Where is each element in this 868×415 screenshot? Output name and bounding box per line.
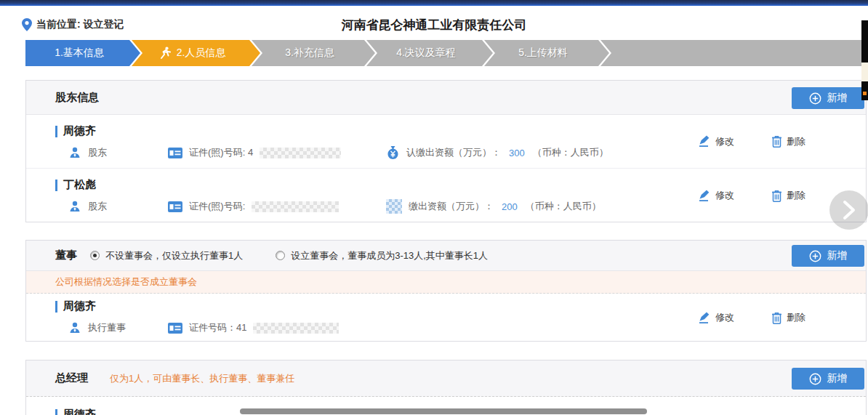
side-widget-panel bbox=[861, 63, 868, 81]
edit-button-label: 修改 bbox=[715, 189, 734, 202]
id-number-label: 证件(照)号码: bbox=[189, 200, 245, 213]
person-icon bbox=[68, 146, 81, 159]
redacted-id-number bbox=[253, 323, 339, 334]
trash-icon bbox=[771, 135, 782, 148]
capital-value: 300 bbox=[507, 148, 526, 158]
carousel-next-button[interactable] bbox=[829, 190, 868, 230]
step-label: 5.上传材料 bbox=[518, 47, 575, 60]
section-title: 股东信息 bbox=[55, 91, 99, 105]
person-role: 股东 bbox=[88, 200, 107, 213]
pencil-icon bbox=[699, 190, 711, 202]
id-number-label: 证件(照)号码: 4 bbox=[189, 146, 253, 159]
add-button-label: 新增 bbox=[827, 249, 848, 262]
person-detail-line: 股东 证件(照)号码: 缴出资额（万元）：200（币种：人民币） bbox=[68, 199, 601, 214]
directors-note: 公司根据情况选择是否成立董事会 bbox=[26, 271, 866, 294]
step-upload-materials[interactable]: 5.上传材料 bbox=[484, 40, 609, 66]
add-director-button[interactable]: 新增 bbox=[792, 245, 864, 267]
add-manager-button[interactable]: 新增 bbox=[792, 368, 864, 390]
plus-circle-icon bbox=[809, 92, 821, 105]
person-name: 丁松彪 bbox=[63, 178, 96, 192]
radio-with-board[interactable] bbox=[276, 251, 285, 260]
delete-button-label: 删除 bbox=[787, 135, 805, 148]
person-name: 周德齐 bbox=[63, 124, 96, 138]
money-bag-icon bbox=[386, 145, 400, 160]
name-accent-bar bbox=[55, 301, 57, 313]
step-personnel-info[interactable]: 2.人员信息 bbox=[132, 40, 260, 66]
person-name-line: 周德齐 bbox=[55, 299, 96, 313]
id-card-icon bbox=[168, 201, 182, 212]
step-bar-tail bbox=[600, 40, 868, 66]
capital-suffix: （币种：人民币） bbox=[526, 200, 601, 213]
name-accent-bar bbox=[55, 409, 57, 415]
id-card-icon bbox=[168, 148, 182, 158]
name-accent-bar bbox=[55, 180, 57, 191]
section-title: 总经理 bbox=[55, 371, 88, 385]
section-title: 董事 bbox=[55, 249, 77, 262]
person-detail-line: 股东 证件(照)号码: 4 认缴出资额（万元）：300（币种：人民币） bbox=[68, 145, 608, 160]
capital-label: 缴出资额（万元）： bbox=[409, 200, 494, 213]
shareholders-header: 股东信息 新增 bbox=[26, 81, 866, 115]
director-row: 周德齐 执行董事 证件号码：41 修改 bbox=[26, 294, 866, 342]
step-label: 3.补充信息 bbox=[285, 47, 342, 60]
delete-button[interactable]: 删除 bbox=[771, 311, 805, 324]
person-role: 股东 bbox=[88, 146, 107, 159]
add-button-label: 新增 bbox=[827, 372, 848, 385]
capital-suffix: （币种：人民币） bbox=[533, 146, 608, 159]
person-detail-line: 执行董事 证件号码：41 bbox=[68, 321, 386, 334]
capital-label: 认缴出资额（万元）： bbox=[406, 146, 501, 159]
redacted-id-number bbox=[260, 148, 341, 158]
person-role: 执行董事 bbox=[88, 321, 126, 334]
top-banner-strip bbox=[0, 0, 868, 6]
edit-button[interactable]: 修改 bbox=[699, 135, 734, 148]
directors-header: 董事 不设董事会，仅设立执行董事1人 设立董事会，董事成员为3-13人,其中董事… bbox=[26, 241, 866, 271]
edit-button-label: 修改 bbox=[715, 135, 734, 148]
side-widget-dot bbox=[863, 92, 867, 95]
directors-section: 董事 不设董事会，仅设立执行董事1人 设立董事会，董事成员为3-13人,其中董事… bbox=[25, 240, 867, 342]
person-name: 周德齐 bbox=[63, 408, 96, 415]
person-icon bbox=[68, 200, 81, 213]
step-label: 1.基本信息 bbox=[55, 47, 111, 60]
delete-button-label: 删除 bbox=[787, 311, 805, 324]
delete-button-label: 删除 bbox=[787, 189, 805, 202]
person-icon bbox=[68, 321, 81, 334]
horizontal-scrollbar-thumb[interactable] bbox=[240, 408, 647, 414]
person-name: 周德齐 bbox=[63, 299, 96, 313]
pencil-icon bbox=[699, 135, 711, 148]
radio-no-board-label[interactable]: 不设董事会，仅设立执行董事1人 bbox=[105, 249, 243, 262]
chevron-right-icon bbox=[841, 200, 857, 220]
edit-button-label: 修改 bbox=[715, 311, 734, 324]
delete-button[interactable]: 删除 bbox=[771, 189, 805, 202]
redacted-money-bag-icon bbox=[386, 199, 402, 214]
manager-note: 仅为1人，可由董事长、执行董事、董事兼任 bbox=[110, 372, 294, 385]
row-actions: 修改 删除 bbox=[699, 115, 866, 168]
edit-button[interactable]: 修改 bbox=[699, 311, 734, 324]
page-header: 当前位置: 设立登记 河南省昆仑神通工业有限责任公司 bbox=[0, 6, 868, 39]
trash-icon bbox=[771, 190, 782, 202]
capital-value: 200 bbox=[500, 201, 519, 212]
person-name-line: 周德齐 bbox=[55, 408, 96, 415]
name-accent-bar bbox=[55, 126, 57, 137]
runner-icon bbox=[159, 47, 172, 60]
step-resolution-charter[interactable]: 4.决议及章程 bbox=[366, 40, 493, 66]
add-shareholder-button[interactable]: 新增 bbox=[792, 87, 864, 109]
step-supplementary-info[interactable]: 3.补充信息 bbox=[252, 40, 375, 66]
shareholder-row: 周德齐 股东 证件(照)号码: 4 认缴出资额（万元）：300（币种： bbox=[26, 115, 866, 169]
radio-with-board-label[interactable]: 设立董事会，董事成员为3-13人,其中董事长1人 bbox=[291, 249, 488, 262]
row-actions: 修改 删除 bbox=[699, 294, 866, 342]
plus-circle-icon bbox=[809, 373, 821, 385]
side-float-widget[interactable] bbox=[861, 20, 868, 100]
board-option-group: 不设董事会，仅设立执行董事1人 设立董事会，董事成员为3-13人,其中董事长1人 bbox=[90, 249, 521, 262]
step-label: 4.决议及章程 bbox=[396, 47, 463, 60]
trash-icon bbox=[771, 312, 782, 324]
id-number-label: 证件号码：41 bbox=[189, 321, 246, 334]
radio-no-board[interactable] bbox=[90, 251, 100, 260]
person-name-line: 丁松彪 bbox=[55, 178, 96, 192]
add-button-label: 新增 bbox=[827, 92, 848, 105]
step-wizard: 1.基本信息 2.人员信息 3.补充信息 4.决议及章程 5.上传材料 bbox=[25, 40, 868, 66]
edit-button[interactable]: 修改 bbox=[699, 189, 734, 202]
redacted-id-number bbox=[252, 201, 339, 212]
person-name-line: 周德齐 bbox=[55, 124, 96, 138]
delete-button[interactable]: 删除 bbox=[771, 135, 805, 148]
step-label: 2.人员信息 bbox=[177, 47, 233, 60]
step-basic-info[interactable]: 1.基本信息 bbox=[25, 40, 140, 66]
